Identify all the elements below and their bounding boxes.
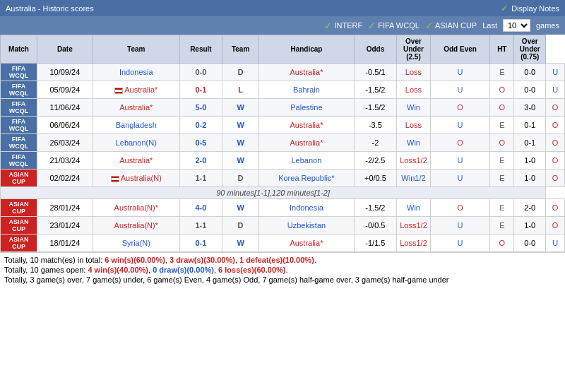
match-result: 0-1 bbox=[179, 234, 222, 252]
handicap: -0/0.5 bbox=[354, 217, 397, 234]
team1[interactable]: Australia* bbox=[93, 81, 179, 99]
match-label: FIFA WCQL bbox=[1, 134, 37, 152]
ht-over-under: O bbox=[546, 117, 565, 134]
team1[interactable]: Australia* bbox=[93, 99, 179, 117]
match-result: 0-5 bbox=[179, 134, 222, 152]
team2[interactable]: Uzbekistan bbox=[259, 217, 354, 234]
over-under: U bbox=[430, 170, 490, 187]
match-date: 06/06/24 bbox=[37, 117, 93, 134]
result-label: W bbox=[222, 152, 258, 170]
match-result: 0-2 bbox=[179, 117, 222, 134]
team1[interactable]: Australia(N) bbox=[93, 170, 179, 187]
filter-interf[interactable]: ✓ INTERF bbox=[324, 20, 362, 31]
note-row: 90 minutes[1-1],120 minutes[1-2] bbox=[1, 187, 565, 199]
last-games-select[interactable]: 10 20 30 bbox=[503, 19, 530, 32]
table-row: ASIAN CUP28/01/24Australia(N)*4-0WIndone… bbox=[1, 199, 565, 217]
match-result: 5-0 bbox=[179, 99, 222, 117]
match-date: 28/01/24 bbox=[37, 199, 93, 217]
over-under: U bbox=[430, 234, 490, 252]
display-notes-label: Display Notes bbox=[511, 4, 559, 13]
ht-over-under: O bbox=[546, 170, 565, 187]
odd-even: O bbox=[490, 99, 514, 117]
result-label: W bbox=[222, 234, 258, 252]
match-label: FIFA WCQL bbox=[1, 81, 37, 99]
ht-over-under: U bbox=[546, 234, 565, 252]
match-label: ASIAN CUP bbox=[1, 217, 37, 234]
odd-even: E bbox=[490, 199, 514, 217]
ht-over-under: U bbox=[546, 81, 565, 99]
col-date: Date bbox=[37, 35, 93, 64]
filter-asiancup[interactable]: ✓ ASIAN CUP bbox=[425, 20, 477, 31]
odds: Loss bbox=[397, 117, 431, 134]
ht-result: 3-0 bbox=[514, 99, 546, 117]
team1[interactable]: Syria(N) bbox=[93, 234, 179, 252]
odds: Loss bbox=[397, 64, 431, 81]
table-row: FIFA WCQL21/03/24Australia*2-0WLebanon-2… bbox=[1, 152, 565, 170]
table-row: FIFA WCQL26/03/24Lebanon(N)0-5WAustralia… bbox=[1, 134, 565, 152]
over-under: O bbox=[430, 134, 490, 152]
col-ou075: Over Under (0.75) bbox=[514, 35, 546, 64]
over-under: U bbox=[430, 152, 490, 170]
handicap: -3.5 bbox=[354, 117, 397, 134]
odds: Win bbox=[397, 134, 431, 152]
odds: Loss1/2 bbox=[397, 234, 431, 252]
team2[interactable]: Australia* bbox=[259, 117, 354, 134]
odd-even: E bbox=[490, 64, 514, 81]
odd-even: E bbox=[490, 170, 514, 187]
team2[interactable]: Lebanon bbox=[259, 152, 354, 170]
table-row: FIFA WCQL10/09/24Indonesia0-0DAustralia*… bbox=[1, 64, 565, 81]
result-label: D bbox=[222, 217, 258, 234]
col-match: Match bbox=[1, 35, 37, 64]
table-row: ASIAN CUP18/01/24Syria(N)0-1WAustralia*-… bbox=[1, 234, 565, 252]
ht-result: 0-1 bbox=[514, 117, 546, 134]
handicap: -1.5/2 bbox=[354, 199, 397, 217]
team1[interactable]: Australia* bbox=[93, 152, 179, 170]
team2[interactable]: Palestine bbox=[259, 99, 354, 117]
match-date: 18/01/24 bbox=[37, 234, 93, 252]
team1[interactable]: Bangladesh bbox=[93, 117, 179, 134]
team2[interactable]: Korea Republic* bbox=[259, 170, 354, 187]
team1[interactable]: Indonesia bbox=[93, 64, 179, 81]
match-result: 1-1 bbox=[179, 217, 222, 234]
handicap: -1.5/2 bbox=[354, 81, 397, 99]
match-result: 2-0 bbox=[179, 152, 222, 170]
over-under: O bbox=[430, 99, 490, 117]
team2[interactable]: Bahrain bbox=[259, 81, 354, 99]
result-label: D bbox=[222, 64, 258, 81]
match-label: ASIAN CUP bbox=[1, 234, 37, 252]
over-under: U bbox=[430, 64, 490, 81]
games-label: games bbox=[536, 21, 559, 30]
odd-even: O bbox=[490, 234, 514, 252]
match-result: 0-1 bbox=[179, 81, 222, 99]
result-label: W bbox=[222, 199, 258, 217]
footer-line1: Totally, 10 match(es) in total: 6 win(s)… bbox=[4, 256, 561, 264]
odd-even: E bbox=[490, 152, 514, 170]
match-result: 1-1 bbox=[179, 170, 222, 187]
team2[interactable]: Indonesia bbox=[259, 199, 354, 217]
flag-icon bbox=[111, 176, 119, 182]
match-date: 02/02/24 bbox=[37, 170, 93, 187]
match-label: FIFA WCQL bbox=[1, 99, 37, 117]
team1[interactable]: Lebanon(N) bbox=[93, 134, 179, 152]
odd-even: O bbox=[490, 134, 514, 152]
team1[interactable]: Australia(N)* bbox=[93, 199, 179, 217]
col-oe: Odd Even bbox=[430, 35, 490, 64]
col-ou25: Over Under (2.5) bbox=[397, 35, 431, 64]
team1[interactable]: Australia(N)* bbox=[93, 217, 179, 234]
table-row: FIFA WCQL11/06/24Australia*5-0WPalestine… bbox=[1, 99, 565, 117]
display-notes-control[interactable]: ✓ Display Notes bbox=[501, 3, 559, 13]
ht-over-under: O bbox=[546, 134, 565, 152]
filter-fifawcql[interactable]: ✓ FIFA WCQL bbox=[368, 20, 420, 31]
team2[interactable]: Australia* bbox=[259, 234, 354, 252]
ht-over-under: O bbox=[546, 199, 565, 217]
match-label: ASIAN CUP bbox=[1, 170, 37, 187]
scores-table: Match Date Team Result Team Handicap Odd… bbox=[0, 35, 565, 252]
match-label: ASIAN CUP bbox=[1, 199, 37, 217]
col-team2: Team bbox=[222, 35, 258, 64]
odd-even: E bbox=[490, 117, 514, 134]
team2[interactable]: Australia* bbox=[259, 64, 354, 81]
ht-result: 1-0 bbox=[514, 152, 546, 170]
col-handicap: Handicap bbox=[259, 35, 354, 64]
team2[interactable]: Australia* bbox=[259, 134, 354, 152]
ht-result: 0-1 bbox=[514, 134, 546, 152]
